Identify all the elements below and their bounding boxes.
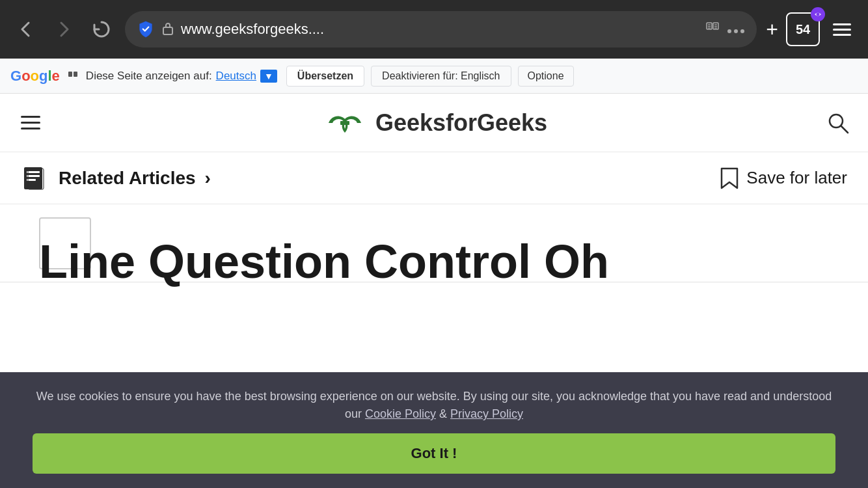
new-tab-button[interactable]: +	[766, 18, 778, 42]
svg-point-9	[727, 29, 731, 33]
back-button[interactable]	[12, 15, 40, 44]
google-logo: Google	[10, 68, 60, 85]
search-button[interactable]	[826, 111, 850, 135]
reload-button[interactable]	[87, 15, 116, 44]
deactivate-button[interactable]: Deaktivieren für: Englisch	[371, 66, 511, 87]
site-logo: GeeksforGeeks	[322, 107, 547, 139]
shield-icon	[137, 20, 155, 38]
save-label: Save for later	[746, 168, 847, 188]
gfg-logo-icon	[322, 107, 368, 139]
cookie-banner: We use cookies to ensure you have the be…	[0, 372, 868, 488]
svg-point-12	[817, 13, 820, 16]
related-articles-label: Related Articles	[59, 168, 196, 189]
site-header: GeeksforGeeks	[0, 94, 868, 152]
related-articles-bar: Related Articles › Save for later	[0, 152, 868, 204]
address-bar[interactable]: www.geeksforgeeks....	[125, 11, 757, 47]
translate-button[interactable]: Übersetzen	[286, 66, 364, 87]
hamburger-menu-button[interactable]	[18, 113, 43, 132]
svg-rect-20	[27, 175, 40, 177]
translate-prompt: Diese Seite anzeigen auf: Deutsch ▼	[66, 70, 277, 83]
svg-rect-19	[27, 171, 40, 173]
tab-badge	[811, 7, 825, 21]
cookie-text: We use cookies to ensure you have the be…	[33, 388, 835, 423]
url-text: www.geeksforgeeks....	[181, 21, 698, 38]
related-articles-left: Related Articles ›	[21, 164, 211, 193]
cookie-policy-link[interactable]: Cookie Policy	[365, 407, 436, 420]
reader-icon	[705, 20, 720, 39]
svg-rect-0	[163, 27, 172, 34]
related-articles-chevron: ›	[205, 168, 211, 189]
browser-menu-button[interactable]	[828, 15, 856, 44]
tab-count[interactable]: 54	[786, 12, 820, 46]
forward-button[interactable]	[49, 15, 78, 44]
site-name: GeeksforGeeks	[375, 109, 547, 137]
svg-point-16	[830, 115, 843, 128]
language-dropdown[interactable]: ▼	[260, 70, 277, 83]
svg-point-10	[734, 29, 738, 33]
content-area: Line Question Control Oh	[0, 204, 868, 282]
svg-line-17	[841, 126, 848, 133]
language-link[interactable]: Deutsch	[216, 70, 256, 83]
svg-rect-18	[24, 167, 42, 189]
options-button[interactable]: Optione	[518, 66, 574, 87]
svg-rect-14	[74, 72, 77, 77]
articles-icon	[21, 164, 49, 193]
browser-chrome: www.geeksforgeeks.... + 54	[0, 0, 868, 59]
svg-rect-15	[340, 121, 349, 125]
svg-rect-13	[68, 72, 72, 77]
lock-icon	[161, 21, 174, 38]
bookmark-icon	[719, 167, 740, 190]
privacy-policy-link[interactable]: Privacy Policy	[450, 407, 523, 420]
more-options-icon	[727, 20, 745, 38]
article-title-partial: Line Question Control Oh	[39, 236, 609, 288]
save-for-later-button[interactable]: Save for later	[719, 167, 847, 190]
browser-actions: + 54	[766, 12, 856, 46]
translate-bar: Google Diese Seite anzeigen auf: Deutsch…	[0, 59, 868, 94]
got-it-button[interactable]: Got It !	[33, 433, 835, 474]
svg-point-11	[740, 29, 744, 33]
